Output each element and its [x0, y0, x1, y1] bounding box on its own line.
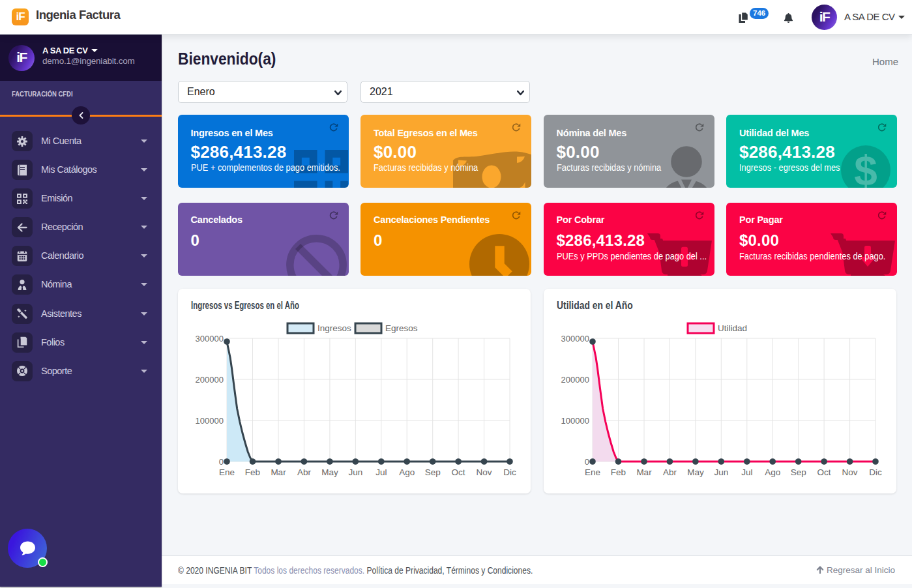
- svg-text:Dic: Dic: [503, 467, 516, 477]
- svg-text:0: 0: [219, 457, 224, 467]
- svg-text:200000: 200000: [196, 375, 224, 385]
- svg-text:Nov: Nov: [477, 467, 492, 477]
- svg-text:Oct: Oct: [452, 467, 465, 477]
- svg-text:Ene: Ene: [219, 467, 235, 477]
- svg-text:Jun: Jun: [348, 467, 362, 477]
- svg-text:100000: 100000: [561, 416, 589, 426]
- svg-text:Sep: Sep: [425, 467, 441, 477]
- svg-text:Jul: Jul: [375, 467, 387, 477]
- svg-text:May: May: [321, 467, 338, 477]
- svg-text:Nov: Nov: [842, 467, 858, 477]
- svg-text:Mar: Mar: [636, 467, 652, 477]
- svg-text:Abr: Abr: [297, 467, 312, 477]
- svg-text:100000: 100000: [196, 416, 224, 426]
- svg-text:Ene: Ene: [585, 467, 600, 477]
- svg-text:Dic: Dic: [869, 467, 882, 477]
- svg-text:Jun: Jun: [714, 467, 728, 477]
- svg-text:Ingresos: Ingresos: [317, 323, 351, 333]
- svg-text:$: $: [854, 147, 877, 188]
- svg-text:Oct: Oct: [817, 467, 831, 477]
- svg-text:Abr: Abr: [663, 467, 677, 477]
- svg-text:Egresos: Egresos: [385, 323, 418, 333]
- svg-text:Feb: Feb: [611, 467, 626, 477]
- svg-text:200000: 200000: [561, 375, 589, 385]
- svg-text:Feb: Feb: [245, 467, 260, 477]
- svg-text:Sep: Sep: [791, 467, 806, 477]
- svg-text:Ago: Ago: [399, 467, 415, 477]
- svg-text:Ago: Ago: [765, 467, 780, 477]
- svg-text:Utilidad: Utilidad: [718, 323, 747, 333]
- svg-text:May: May: [687, 467, 704, 477]
- svg-text:0: 0: [585, 457, 589, 467]
- svg-text:300000: 300000: [196, 334, 224, 344]
- svg-text:Mar: Mar: [271, 467, 286, 477]
- svg-text:300000: 300000: [561, 334, 589, 344]
- svg-text:Jul: Jul: [741, 467, 752, 477]
